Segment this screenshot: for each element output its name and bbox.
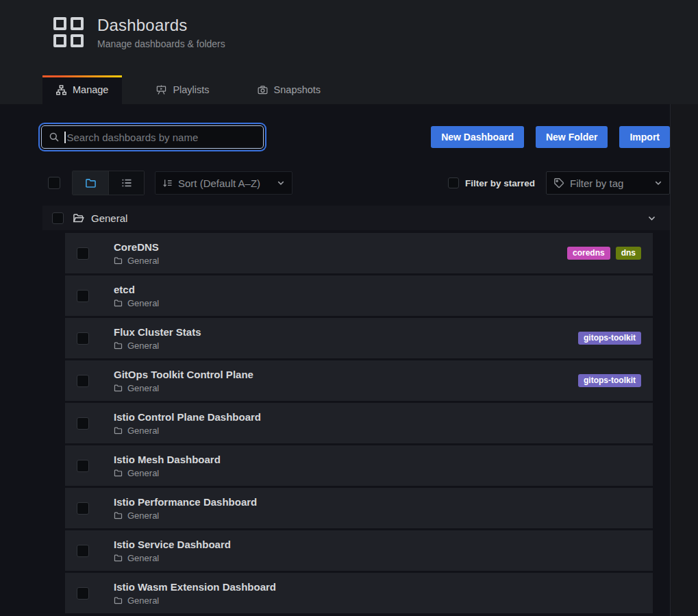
tag-badge[interactable]: coredns: [567, 247, 610, 260]
dashboard-folder-meta: General: [114, 426, 261, 436]
tab-label: Playlists: [173, 84, 209, 95]
tab-bar: Manage Playlists: [0, 75, 698, 104]
row-checkbox[interactable]: [77, 375, 89, 387]
dashboard-title[interactable]: CoreDNS: [114, 241, 159, 253]
list-icon: [121, 177, 132, 188]
folder-checkbox[interactable]: [52, 212, 64, 224]
dashboard-title[interactable]: Istio Wasm Extension Dashboard: [114, 581, 276, 593]
dashboard-title[interactable]: Flux Cluster Stats: [114, 326, 201, 338]
dashboard-title[interactable]: Istio Performance Dashboard: [114, 496, 257, 508]
starred-checkbox[interactable]: [448, 177, 459, 188]
dashboard-folder-name: General: [127, 426, 159, 436]
dashboard-info: etcd General: [114, 284, 159, 308]
sort-select[interactable]: Sort (Default A–Z): [155, 171, 292, 195]
dashboard-title[interactable]: Istio Service Dashboard: [114, 539, 231, 550]
folder-icon: [114, 596, 123, 605]
sitemap-icon: [56, 85, 66, 95]
dashboard-folder-name: General: [127, 468, 159, 478]
dashboard-folder-name: General: [127, 510, 159, 521]
page-subtitle: Manage dashboards & folders: [97, 38, 225, 49]
row-checkbox[interactable]: [77, 502, 89, 515]
dashboards-page: Dashboards Manage dashboards & folders M…: [0, 0, 698, 616]
tag-badge[interactable]: gitops-toolkit: [578, 332, 641, 345]
dashboard-row[interactable]: Istio Service Dashboard General: [65, 530, 653, 571]
folder-icon: [114, 384, 123, 393]
page-header: Dashboards Manage dashboards & folders M…: [0, 0, 698, 104]
dashboard-info: Istio Service Dashboard General: [114, 539, 231, 563]
dashboard-row[interactable]: Istio Wasm Extension Dashboard General: [65, 573, 653, 613]
presentation-play-icon: [156, 85, 166, 95]
dashboard-title[interactable]: Istio Mesh Dashboard: [114, 454, 221, 465]
chevron-down-icon: [654, 179, 662, 187]
dashboard-folder-meta: General: [114, 341, 201, 351]
dashboard-row[interactable]: Istio Control Plane Dashboard General: [65, 403, 653, 443]
folder-icon: [114, 554, 123, 563]
dashboard-folder-meta: General: [114, 256, 159, 266]
chevron-down-icon[interactable]: [647, 214, 656, 223]
dashboard-folder-name: General: [127, 383, 159, 393]
new-folder-button[interactable]: New Folder: [536, 126, 608, 148]
list-toolbar: Sort (Default A–Z) Filter by starred: [41, 171, 670, 195]
tab-playlists[interactable]: Playlists: [142, 75, 223, 104]
dashboard-row[interactable]: Istio Mesh Dashboard General: [65, 445, 653, 486]
import-button[interactable]: Import: [619, 126, 670, 148]
dashboard-row[interactable]: Istio Performance Dashboard General: [65, 488, 653, 528]
row-checkbox[interactable]: [77, 545, 89, 557]
dashboard-row[interactable]: CoreDNS General corednsdns: [65, 233, 653, 273]
page-titles: Dashboards Manage dashboards & folders: [97, 16, 225, 49]
dashboard-info: Istio Wasm Extension Dashboard General: [114, 581, 276, 606]
row-checkbox[interactable]: [77, 332, 89, 345]
dashboard-folder-meta: General: [114, 383, 253, 393]
dashboard-folder-name: General: [127, 298, 159, 308]
dashboard-folder-name: General: [127, 595, 159, 606]
folder-name: General: [91, 212, 127, 224]
filter-starred[interactable]: Filter by starred: [448, 177, 535, 188]
tab-manage[interactable]: Manage: [42, 75, 122, 104]
dashboard-tags: gitops-toolkit: [578, 332, 641, 345]
dashboard-folder-name: General: [127, 553, 159, 563]
row-checkbox[interactable]: [77, 290, 89, 302]
starred-label: Filter by starred: [465, 178, 535, 188]
dashboard-row[interactable]: etcd General: [65, 275, 653, 316]
folder-icon: [85, 177, 97, 189]
row-checkbox[interactable]: [77, 417, 89, 430]
dashboard-list: CoreDNS General corednsdns etcd: [65, 233, 653, 613]
right-edge-gutter: [670, 104, 698, 616]
dashboard-folder-meta: General: [114, 595, 276, 606]
actions-row: New Dashboard New Folder Import: [41, 125, 670, 149]
dashboard-info: CoreDNS General: [114, 241, 159, 266]
dashboard-info: Flux Cluster Stats General: [114, 326, 201, 351]
dashboard-tags: corednsdns: [567, 247, 641, 260]
row-checkbox[interactable]: [77, 247, 89, 260]
folder-icon: [114, 469, 123, 478]
dashboards-apps-icon: [53, 17, 84, 49]
filter-tag-select[interactable]: Filter by tag: [546, 171, 670, 195]
folder-header[interactable]: General: [42, 206, 670, 230]
folder-view-button[interactable]: [73, 171, 108, 195]
dashboard-row[interactable]: GitOps Toolkit Control Plane General git…: [65, 360, 653, 401]
dashboard-title[interactable]: etcd: [114, 284, 159, 295]
tab-label: Snapshots: [274, 84, 321, 95]
dashboard-title[interactable]: GitOps Toolkit Control Plane: [114, 369, 253, 380]
dashboard-folder-meta: General: [114, 468, 221, 478]
search-input[interactable]: [67, 132, 264, 143]
list-view-button[interactable]: [108, 171, 144, 195]
folder-section-general: General CoreDNS General coredn: [42, 206, 670, 613]
tag-icon: [553, 177, 564, 188]
main-content: New Dashboard New Folder Import: [0, 125, 698, 613]
tab-label: Manage: [73, 84, 108, 95]
tab-snapshots[interactable]: Snapshots: [244, 75, 335, 104]
tag-badge[interactable]: gitops-toolkit: [578, 374, 641, 387]
folder-icon: [114, 511, 123, 520]
sort-value: Sort (Default A–Z): [178, 177, 260, 189]
new-dashboard-button[interactable]: New Dashboard: [431, 126, 524, 148]
folder-icon: [114, 256, 123, 265]
select-all-checkbox[interactable]: [48, 177, 60, 189]
dashboard-row[interactable]: Flux Cluster Stats General gitops-toolki…: [65, 318, 653, 358]
row-checkbox[interactable]: [77, 460, 89, 472]
dashboard-info: Istio Control Plane Dashboard General: [114, 411, 261, 436]
dashboard-title[interactable]: Istio Control Plane Dashboard: [114, 411, 261, 423]
folder-icon: [114, 341, 123, 350]
tag-badge[interactable]: dns: [616, 247, 641, 260]
row-checkbox[interactable]: [77, 587, 89, 600]
